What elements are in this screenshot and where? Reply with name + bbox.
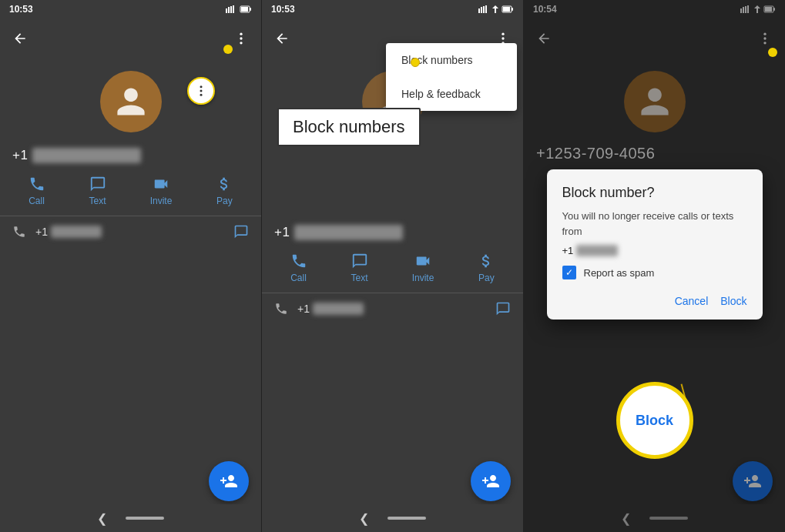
svg-rect-20: [503, 7, 510, 12]
block-circle-text: Block: [636, 413, 673, 429]
dialog-title: Block number?: [562, 185, 747, 201]
block-number-dialog: Block number? You will no longer receive…: [547, 169, 763, 320]
call-log-number-2: +1: [297, 303, 486, 315]
svg-point-10: [200, 85, 203, 88]
annotation-dot-panel1: [223, 45, 233, 54]
annotation-dot-panel3: [768, 48, 777, 57]
svg-point-9: [240, 42, 242, 44]
nav-bar-2: ❮: [262, 504, 523, 532]
call-log-item-1: +1: [0, 216, 261, 247]
svg-point-7: [240, 33, 242, 35]
back-button-1[interactable]: [6, 25, 34, 52]
dropdown-block-numbers[interactable]: Block numbers: [386, 43, 517, 77]
phone-panel-2: 10:53 Block numbers Help & feedback Bloc…: [262, 0, 524, 532]
phone-panel-1: 10:53 +1 Call: [0, 0, 262, 532]
svg-rect-16: [485, 5, 487, 13]
invite-label-1: Invite: [150, 196, 173, 206]
blurred-number-2: [294, 225, 403, 240]
svg-rect-3: [233, 5, 234, 13]
blurred-number-1: [32, 148, 141, 163]
status-bar-1: 10:53: [0, 0, 261, 18]
spam-checkbox-row[interactable]: ✓ Report as spam: [562, 266, 747, 279]
avatar-1: [100, 71, 162, 132]
block-button[interactable]: Block: [720, 292, 746, 310]
nav-chevron-1[interactable]: ❮: [97, 511, 107, 526]
nav-bar-1: ❮: [0, 504, 261, 532]
block-circle-annotation: Block: [616, 382, 693, 459]
dialog-body: You will no longer receive calls or text…: [562, 209, 747, 239]
invite-label-2: Invite: [412, 273, 434, 283]
action-row-1: Call Text Invite Pay: [0, 166, 261, 216]
fab-1[interactable]: [209, 461, 249, 501]
pay-button-1[interactable]: Pay: [216, 176, 233, 206]
svg-rect-0: [226, 8, 227, 13]
phone-number-1: +1: [0, 139, 261, 166]
action-row-2: Call Text Invite Pay: [262, 243, 523, 293]
fab-2[interactable]: [471, 461, 511, 501]
app-bar-1: [0, 18, 261, 59]
svg-rect-13: [478, 8, 480, 13]
status-bar-2: 10:53: [262, 0, 523, 18]
nav-pill-1: [126, 517, 164, 520]
dropdown-help-feedback[interactable]: Help & feedback: [386, 77, 517, 111]
call-log-item-2: +1: [262, 293, 523, 324]
nav-chevron-2[interactable]: ❮: [359, 511, 369, 526]
invite-button-2[interactable]: Invite: [412, 253, 434, 283]
svg-point-22: [502, 37, 504, 39]
status-icons-2: [478, 5, 514, 13]
call-log-number-1: +1: [35, 226, 224, 238]
status-icons-1: [226, 5, 252, 13]
svg-rect-1: [228, 7, 230, 13]
text-button-2[interactable]: Text: [351, 253, 368, 283]
svg-rect-6: [241, 7, 248, 12]
text-label-1: Text: [89, 196, 106, 206]
three-dots-menu-1[interactable]: [187, 77, 215, 105]
phone-number-2: +1: [262, 216, 523, 243]
spam-checkbox[interactable]: ✓: [562, 266, 576, 279]
text-button-1[interactable]: Text: [89, 176, 106, 206]
svg-rect-2: [230, 6, 232, 13]
svg-rect-15: [483, 6, 485, 13]
annotation-dot-block-numbers: [411, 58, 420, 67]
svg-point-21: [502, 33, 504, 35]
dropdown-menu: Block numbers Help & feedback: [386, 43, 517, 111]
svg-rect-5: [250, 8, 251, 11]
dialog-actions: Cancel Block: [562, 292, 747, 310]
svg-rect-17: [495, 8, 496, 13]
cancel-button[interactable]: Cancel: [675, 292, 709, 310]
pay-label-1: Pay: [216, 196, 233, 206]
text-label-2: Text: [351, 273, 368, 283]
svg-point-12: [200, 94, 203, 96]
call-button-1[interactable]: Call: [29, 176, 45, 206]
back-button-2[interactable]: [268, 25, 296, 52]
call-label-2: Call: [290, 273, 307, 283]
dialog-number: +1: [562, 245, 747, 256]
pay-button-2[interactable]: Pay: [478, 253, 495, 283]
status-time-2: 10:53: [271, 4, 295, 15]
status-time-1: 10:53: [9, 4, 33, 15]
pay-label-2: Pay: [478, 273, 495, 283]
invite-button-1[interactable]: Invite: [150, 176, 173, 206]
svg-point-11: [200, 90, 203, 92]
block-numbers-callout: Block numbers: [277, 108, 421, 146]
contact-area-1: [0, 59, 261, 139]
nav-pill-2: [387, 517, 426, 520]
call-label-1: Call: [29, 196, 45, 206]
svg-rect-14: [481, 7, 482, 13]
phone-panel-3: 10:54 +1253-709-4056 Block number? You w…: [524, 0, 785, 532]
spam-label: Report as spam: [584, 267, 655, 279]
svg-point-8: [240, 37, 242, 39]
call-button-2[interactable]: Call: [290, 253, 307, 283]
svg-rect-19: [512, 8, 513, 11]
